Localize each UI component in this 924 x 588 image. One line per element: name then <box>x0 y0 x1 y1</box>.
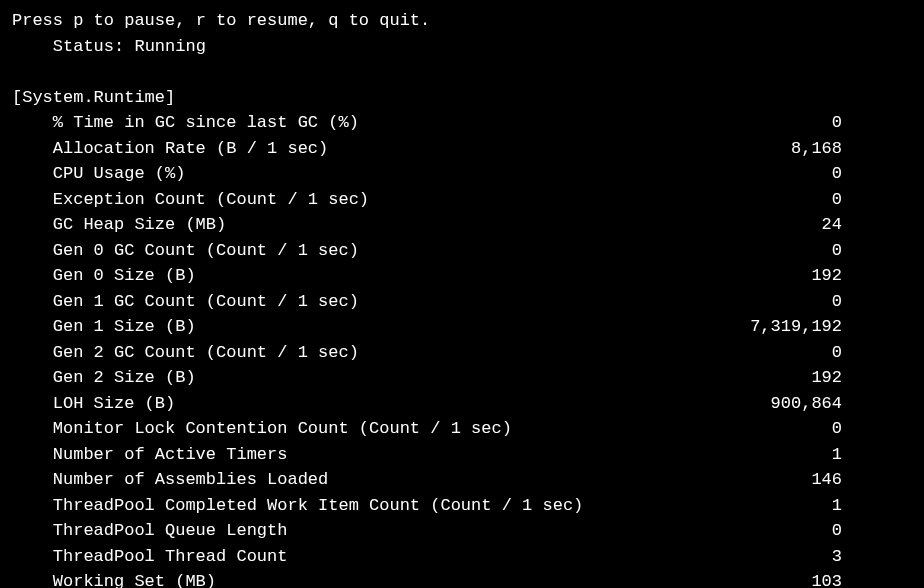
metric-label: Working Set (MB) <box>53 569 216 588</box>
section-header: [System.Runtime] <box>12 85 912 111</box>
status-label: Status: <box>53 37 124 56</box>
metric-row: Monitor Lock Contention Count (Count / 1… <box>12 416 912 442</box>
metric-value: 192 <box>196 263 912 289</box>
metric-value: 0 <box>359 289 912 315</box>
metric-label: Gen 0 Size (B) <box>53 263 196 289</box>
metric-row: Number of Assemblies Loaded146 <box>12 467 912 493</box>
metric-row: Gen 0 GC Count (Count / 1 sec)0 <box>12 238 912 264</box>
metric-label: GC Heap Size (MB) <box>53 212 226 238</box>
metric-value: 0 <box>359 340 912 366</box>
metric-value: 0 <box>287 518 912 544</box>
metric-value: 0 <box>369 187 912 213</box>
metric-row: GC Heap Size (MB)24 <box>12 212 912 238</box>
blank-line <box>12 59 912 85</box>
metric-label: Number of Assemblies Loaded <box>53 467 328 493</box>
metric-row: Gen 1 GC Count (Count / 1 sec)0 <box>12 289 912 315</box>
metric-value: 900,864 <box>175 391 912 417</box>
metric-row: Gen 2 Size (B)192 <box>12 365 912 391</box>
metric-label: Gen 0 GC Count (Count / 1 sec) <box>53 238 359 264</box>
metric-row: % Time in GC since last GC (%)0 <box>12 110 912 136</box>
metric-row: Gen 2 GC Count (Count / 1 sec)0 <box>12 340 912 366</box>
metric-label: Gen 2 GC Count (Count / 1 sec) <box>53 340 359 366</box>
metric-label: Gen 2 Size (B) <box>53 365 196 391</box>
metric-label: ThreadPool Queue Length <box>53 518 288 544</box>
status-line: Status: Running <box>12 34 912 60</box>
metric-value: 146 <box>328 467 912 493</box>
metric-row: Number of Active Timers1 <box>12 442 912 468</box>
metric-value: 0 <box>359 238 912 264</box>
metric-value: 1 <box>583 493 912 519</box>
metric-label: ThreadPool Completed Work Item Count (Co… <box>53 493 584 519</box>
metric-label: CPU Usage (%) <box>53 161 186 187</box>
metric-value: 24 <box>226 212 912 238</box>
metric-row: Working Set (MB)103 <box>12 569 912 588</box>
metric-value: 0 <box>185 161 912 187</box>
metric-value: 0 <box>359 110 912 136</box>
metric-row: LOH Size (B)900,864 <box>12 391 912 417</box>
metric-value: 8,168 <box>328 136 912 162</box>
instructions-line: Press p to pause, r to resume, q to quit… <box>12 8 912 34</box>
metric-value: 3 <box>287 544 912 570</box>
metric-label: Exception Count (Count / 1 sec) <box>53 187 369 213</box>
status-value: Running <box>134 37 205 56</box>
metric-label: % Time in GC since last GC (%) <box>53 110 359 136</box>
metrics-container: % Time in GC since last GC (%)0Allocatio… <box>12 110 912 588</box>
metric-row: Allocation Rate (B / 1 sec)8,168 <box>12 136 912 162</box>
metric-row: ThreadPool Thread Count3 <box>12 544 912 570</box>
metric-label: Gen 1 Size (B) <box>53 314 196 340</box>
metric-value: 192 <box>196 365 912 391</box>
metric-value: 0 <box>512 416 912 442</box>
metric-label: Number of Active Timers <box>53 442 288 468</box>
metric-label: ThreadPool Thread Count <box>53 544 288 570</box>
metric-row: Exception Count (Count / 1 sec)0 <box>12 187 912 213</box>
metric-row: Gen 0 Size (B)192 <box>12 263 912 289</box>
metric-label: LOH Size (B) <box>53 391 175 417</box>
metric-value: 7,319,192 <box>196 314 912 340</box>
metric-value: 1 <box>287 442 912 468</box>
metric-value: 103 <box>216 569 912 588</box>
metric-row: Gen 1 Size (B)7,319,192 <box>12 314 912 340</box>
metric-label: Gen 1 GC Count (Count / 1 sec) <box>53 289 359 315</box>
metric-label: Monitor Lock Contention Count (Count / 1… <box>53 416 512 442</box>
metric-row: ThreadPool Queue Length0 <box>12 518 912 544</box>
metric-row: CPU Usage (%)0 <box>12 161 912 187</box>
metric-row: ThreadPool Completed Work Item Count (Co… <box>12 493 912 519</box>
metric-label: Allocation Rate (B / 1 sec) <box>53 136 328 162</box>
